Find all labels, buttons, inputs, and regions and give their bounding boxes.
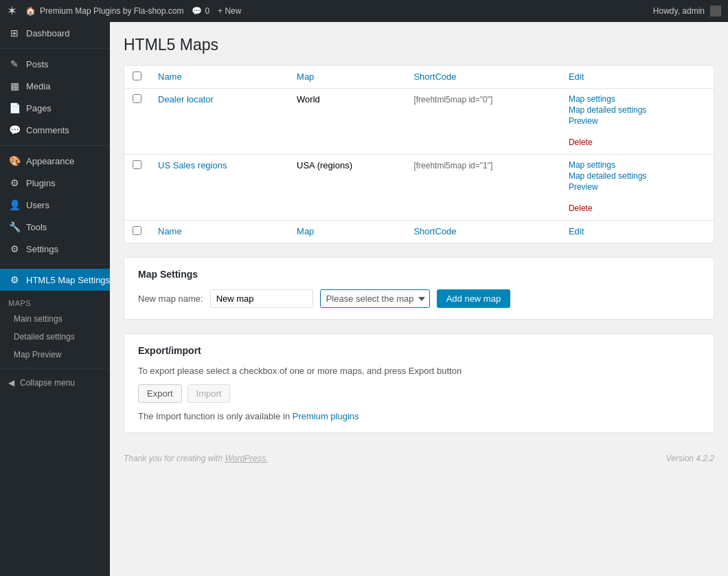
page-title: HTML5 Maps [124, 36, 714, 54]
map-type-select[interactable]: Please select the map World USA (regions… [320, 289, 430, 308]
collapse-label: Collapse menu [20, 378, 75, 388]
collapse-menu-button[interactable]: ◀ Collapse menu [0, 373, 110, 393]
select-all-footer-checkbox[interactable] [133, 226, 141, 235]
sidebar-item-html5map[interactable]: ⚙ HTML5 Map Settings [0, 269, 110, 291]
sidebar-item-label: HTML5 Map Settings [26, 275, 110, 285]
html5map-icon: ⚙ [8, 274, 21, 285]
new-content-link[interactable]: + New [218, 6, 241, 16]
sidebar-section-maps: Maps [0, 291, 110, 310]
footer-col-name: Name [150, 221, 288, 243]
sidebar-item-media[interactable]: ▦ Media [0, 75, 110, 97]
sidebar-item-tools[interactable]: 🔧 Tools [0, 216, 110, 238]
appearance-icon: 🎨 [8, 155, 21, 166]
sidebar-sub-map-preview[interactable]: Map Preview [0, 346, 110, 364]
add-new-map-button[interactable]: Add new map [437, 289, 511, 308]
sidebar-item-appearance[interactable]: 🎨 Appearance [0, 150, 110, 172]
map-settings-section: Map Settings New map name: Please select… [124, 257, 714, 320]
map-type-cell-1: USA (regions) [288, 155, 405, 221]
dashboard-icon: ⊞ [8, 27, 21, 38]
sidebar-item-settings[interactable]: ⚙ Settings [0, 238, 110, 260]
export-description: To export please select a checkbox of on… [138, 366, 700, 376]
comments-sidebar-icon: 💬 [8, 124, 21, 135]
delete-link-0[interactable]: Delete [569, 137, 705, 147]
sidebar-item-dashboard[interactable]: ⊞ Dashboard [0, 22, 110, 44]
map-name-cell: US Sales regions [150, 155, 288, 221]
table-row: Dealer locator World [freehtml5map id="0… [124, 89, 714, 155]
map-name-link-1[interactable]: US Sales regions [158, 160, 227, 170]
howdy-text: Howdy, admin [653, 6, 705, 16]
sidebar-item-posts[interactable]: ✎ Posts [0, 53, 110, 75]
delete-link-1[interactable]: Delete [569, 203, 705, 213]
sidebar-divider [0, 48, 110, 49]
sidebar-item-label: Posts [26, 59, 49, 69]
user-avatar [710, 5, 721, 16]
plugins-icon: ⚙ [8, 177, 21, 188]
sidebar-sub-detailed-settings[interactable]: Detailed settings [0, 328, 110, 346]
home-icon: 🏠 [25, 6, 36, 16]
maps-table: Name Map ShortCode Edit Dealer locator [124, 66, 714, 243]
row-checkbox-0[interactable] [133, 94, 141, 103]
map-name-cell: Dealer locator [150, 89, 288, 155]
sidebar-item-label: Settings [26, 244, 58, 254]
footer-thank-you: Thank you for creating with [124, 454, 225, 463]
premium-plugins-link[interactable]: Premium plugins [293, 411, 359, 421]
col-header-name: Name [150, 66, 288, 89]
import-note-prefix: The Import function is only available in [138, 411, 293, 421]
shortcode-cell-0: [freehtml5map id="0"] [413, 95, 492, 104]
sidebar-item-label: Plugins [26, 178, 56, 188]
col-header-edit: Edit [560, 66, 714, 89]
col-header-shortcode: ShortCode [405, 66, 560, 89]
select-all-checkbox[interactable] [133, 71, 141, 80]
posts-icon: ✎ [8, 58, 21, 69]
users-icon: 👤 [8, 199, 21, 210]
import-button[interactable]: Import [187, 384, 231, 403]
top-bar: ✶ 🏠 Premium Map Plugins by Fla-shop.com … [0, 0, 728, 22]
media-icon: ▦ [8, 80, 21, 91]
collapse-icon: ◀ [8, 378, 14, 388]
sidebar-item-label: Tools [26, 222, 47, 232]
sidebar-item-label: Appearance [26, 156, 74, 166]
site-link[interactable]: 🏠 Premium Map Plugins by Fla-shop.com [25, 6, 183, 16]
wp-logo-icon[interactable]: ✶ [7, 3, 17, 19]
footer-col-map: Map [288, 221, 405, 243]
sidebar-divider [0, 368, 110, 368]
map-settings-link-0[interactable]: Map settings [569, 94, 705, 104]
comments-link[interactable]: 💬 0 [192, 6, 209, 16]
preview-link-1[interactable]: Preview [569, 182, 705, 192]
content-footer: Thank you for creating with WordPress. V… [124, 447, 714, 463]
sidebar-item-label: Pages [26, 103, 52, 113]
sidebar: ⊞ Dashboard ✎ Posts ▦ Media 📄 Pages 💬 Co… [0, 22, 110, 576]
sidebar-item-plugins[interactable]: ⚙ Plugins [0, 172, 110, 194]
footer-col-shortcode: ShortCode [405, 221, 560, 243]
pages-icon: 📄 [8, 102, 21, 113]
comments-icon: 💬 [192, 6, 202, 16]
comments-count: 0 [205, 6, 209, 16]
sidebar-item-label: Users [26, 200, 49, 210]
site-name: Premium Map Plugins by Fla-shop.com [40, 6, 183, 16]
sidebar-item-label: Comments [26, 125, 69, 135]
export-import-title: Export/import [138, 345, 700, 356]
sidebar-item-users[interactable]: 👤 Users [0, 194, 110, 216]
table-row: US Sales regions USA (regions) [freehtml… [124, 155, 714, 221]
sidebar-item-comments[interactable]: 💬 Comments [0, 119, 110, 141]
map-detailed-settings-link-0[interactable]: Map detailed settings [569, 105, 705, 115]
map-name-link-0[interactable]: Dealer locator [158, 94, 214, 104]
col-header-map: Map [288, 66, 405, 89]
sidebar-item-label: Media [26, 81, 50, 91]
content-area: HTML5 Maps Name Map ShortCode Edit [110, 22, 728, 576]
settings-icon: ⚙ [8, 243, 21, 254]
footer-wordpress-link[interactable]: WordPress. [225, 454, 268, 463]
sidebar-sub-main-settings[interactable]: Main settings [0, 310, 110, 328]
map-settings-link-1[interactable]: Map settings [569, 160, 705, 170]
row-checkbox-1[interactable] [133, 160, 141, 169]
map-detailed-settings-link-1[interactable]: Map detailed settings [569, 171, 705, 181]
sidebar-item-pages[interactable]: 📄 Pages [0, 97, 110, 119]
sidebar-divider [0, 145, 110, 146]
preview-link-0[interactable]: Preview [569, 116, 705, 126]
shortcode-cell-1: [freehtml5map id="1"] [413, 161, 492, 170]
new-map-name-label: New map name: [138, 293, 203, 304]
export-import-section: Export/import To export please select a … [124, 333, 714, 433]
new-map-name-input[interactable] [210, 289, 313, 308]
export-button[interactable]: Export [138, 384, 182, 403]
sidebar-item-label: Dashboard [26, 28, 70, 38]
